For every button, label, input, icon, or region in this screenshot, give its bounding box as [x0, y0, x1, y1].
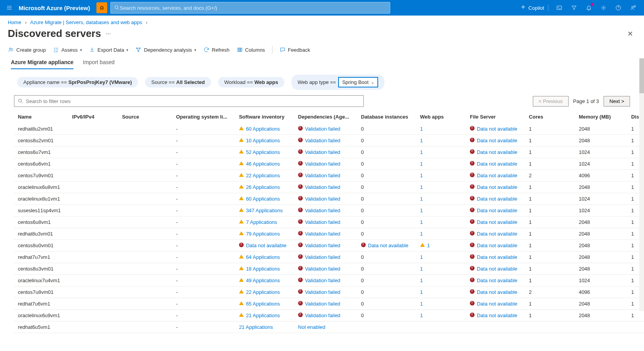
- row-filter[interactable]: [14, 95, 364, 107]
- table-row[interactable]: redhat8u2vm01-60 ApplicationsValidation …: [14, 123, 644, 135]
- webapp-link[interactable]: 1: [420, 278, 423, 283]
- webapp-link[interactable]: 1: [420, 289, 423, 295]
- table-row[interactable]: oraclelinux6u8vm1-26 ApplicationsValidat…: [14, 182, 644, 193]
- inventory-link[interactable]: 46 Applications: [246, 161, 280, 167]
- col-webapps[interactable]: Web apps: [416, 111, 466, 123]
- export-button[interactable]: Export Data ▾: [89, 47, 129, 53]
- dep-link[interactable]: Validation failed: [305, 149, 340, 155]
- webapp-link[interactable]: 1: [420, 254, 423, 260]
- breadcrumb-parent[interactable]: Azure Migrate | Servers, databases and w…: [30, 19, 142, 25]
- inventory-link[interactable]: 52 Applications: [246, 149, 280, 155]
- webapp-link[interactable]: 1: [420, 231, 423, 237]
- fs-link[interactable]: Data not available: [477, 161, 517, 167]
- inventory-link[interactable]: 7 Applications: [246, 219, 277, 225]
- table-row[interactable]: centos7u8vm01-22 ApplicationsValidation …: [14, 286, 644, 298]
- table-row[interactable]: oraclelinux7u4vm1-49 ApplicationsValidat…: [14, 275, 644, 286]
- table-row[interactable]: redhat8u3vm01-79 ApplicationsValidation …: [14, 228, 644, 240]
- table-row[interactable]: centos6u7vm1-52 ApplicationsValidation f…: [14, 147, 644, 158]
- fs-link[interactable]: Data not available: [477, 196, 517, 202]
- help-button[interactable]: [612, 2, 625, 14]
- inventory-link[interactable]: 10 Applications: [246, 138, 280, 143]
- dep-link[interactable]: Validation failed: [305, 231, 340, 237]
- fs-link[interactable]: Data not available: [477, 219, 517, 225]
- col-memory[interactable]: Memory (MB): [575, 111, 627, 123]
- fs-link[interactable]: Data not available: [477, 184, 517, 190]
- dependency-analysis-button[interactable]: Dependency analysis ▾: [135, 47, 196, 53]
- webapp-link[interactable]: 1: [427, 243, 430, 248]
- table-row[interactable]: centos6u8vm1-7 ApplicationsValidation fa…: [14, 217, 644, 228]
- inventory-link[interactable]: 22 Applications: [246, 289, 280, 295]
- close-blade[interactable]: ✕: [624, 28, 636, 40]
- webapp-link[interactable]: 1: [420, 313, 423, 318]
- col-ip[interactable]: IPv6/IPv4: [68, 111, 118, 123]
- table-row[interactable]: oraclelinux6u9vm1-21 ApplicationsValidat…: [14, 310, 644, 321]
- webapp-link[interactable]: 1: [420, 138, 423, 143]
- dep-link[interactable]: Validation failed: [305, 289, 340, 295]
- webapp-link[interactable]: 1: [420, 301, 423, 307]
- webapp-link[interactable]: 1: [420, 219, 423, 225]
- dep-link[interactable]: Validation failed: [305, 219, 340, 225]
- dep-link[interactable]: Validation failed: [305, 313, 340, 318]
- col-inventory[interactable]: Software inventory: [235, 111, 294, 123]
- inventory-link[interactable]: 65 Applications: [246, 301, 280, 307]
- feedback-link[interactable]: Feedback: [279, 47, 310, 53]
- fs-link[interactable]: Data not available: [477, 173, 517, 178]
- dep-link[interactable]: Validation failed: [305, 138, 340, 143]
- table-row[interactable]: centos7u9vm01-22 ApplicationsValidation …: [14, 170, 644, 182]
- inventory-link[interactable]: 64 Applications: [246, 254, 280, 260]
- dep-link[interactable]: Validation failed: [305, 184, 340, 190]
- fs-link[interactable]: Data not available: [477, 254, 517, 260]
- feedback-button[interactable]: [627, 2, 639, 14]
- refresh-button[interactable]: Refresh: [203, 47, 230, 53]
- webapp-link[interactable]: 1: [420, 208, 423, 213]
- inventory-link[interactable]: 21 Applications: [239, 324, 273, 330]
- more-actions[interactable]: ⋯: [106, 31, 111, 37]
- col-os[interactable]: Operating system li...: [172, 111, 235, 123]
- table-row[interactable]: centos8u2vm01-10 ApplicationsValidation …: [14, 135, 644, 147]
- inventory-link[interactable]: 60 Applications: [246, 196, 280, 202]
- cloud-shell-button[interactable]: [553, 2, 565, 14]
- col-fileserver[interactable]: File Server: [466, 111, 525, 123]
- col-dependencies[interactable]: Dependencies (Age...: [294, 111, 357, 123]
- fs-link[interactable]: Data not available: [477, 243, 517, 248]
- prev-page-button[interactable]: < Previous: [533, 96, 569, 107]
- menu-toggle[interactable]: [0, 5, 19, 11]
- directory-switch-button[interactable]: [568, 2, 580, 14]
- fs-link[interactable]: Data not available: [477, 149, 517, 155]
- table-row[interactable]: redhat7u7vm1-64 ApplicationsValidation f…: [14, 251, 644, 263]
- webapp-link[interactable]: 1: [420, 173, 423, 178]
- inventory-link[interactable]: Data not available: [246, 243, 286, 248]
- dep-link[interactable]: Validation failed: [305, 278, 340, 283]
- tab-appliance[interactable]: Azure Migrate appliance: [11, 57, 73, 69]
- webapp-link[interactable]: 1: [420, 184, 423, 190]
- webapp-link[interactable]: 1: [420, 266, 423, 272]
- dep-link[interactable]: Validation failed: [305, 243, 340, 248]
- col-source[interactable]: Source: [118, 111, 172, 123]
- fs-link[interactable]: Data not available: [477, 208, 517, 213]
- filter-appliance[interactable]: Appliance name == SprPosProjKey7 (VMware…: [17, 77, 138, 87]
- row-filter-input[interactable]: [26, 98, 360, 104]
- fs-link[interactable]: Data not available: [477, 301, 517, 307]
- preview-bug-badge[interactable]: [96, 2, 107, 13]
- webapp-link[interactable]: 1: [420, 161, 423, 167]
- fs-link[interactable]: Data not available: [477, 231, 517, 237]
- dep-link[interactable]: Validation failed: [305, 266, 340, 272]
- table-row[interactable]: susesles11sp4vm1-347 ApplicationsValidat…: [14, 205, 644, 217]
- copilot-button[interactable]: Copilot: [518, 5, 548, 11]
- fs-link[interactable]: Data not available: [477, 266, 517, 272]
- tab-import[interactable]: Import based: [83, 57, 115, 69]
- settings-button[interactable]: [597, 2, 610, 14]
- inventory-link[interactable]: 21 Applications: [246, 313, 280, 318]
- inventory-link[interactable]: 79 Applications: [246, 231, 280, 237]
- fs-link[interactable]: Data not available: [477, 313, 517, 318]
- dep-link[interactable]: Validation failed: [305, 301, 340, 307]
- table-row[interactable]: centos8u3vm01-18 ApplicationsValidation …: [14, 263, 644, 275]
- webapp-link[interactable]: 1: [420, 126, 423, 132]
- dep-link[interactable]: Validation failed: [305, 173, 340, 178]
- brand-label[interactable]: Microsoft Azure (Preview): [19, 5, 96, 11]
- inventory-link[interactable]: 60 Applications: [246, 126, 280, 132]
- filter-workload[interactable]: Workload == Web apps: [218, 77, 284, 87]
- columns-button[interactable]: Columns: [237, 47, 265, 53]
- fs-link[interactable]: Data not available: [477, 289, 517, 295]
- next-page-button[interactable]: Next >: [604, 96, 630, 107]
